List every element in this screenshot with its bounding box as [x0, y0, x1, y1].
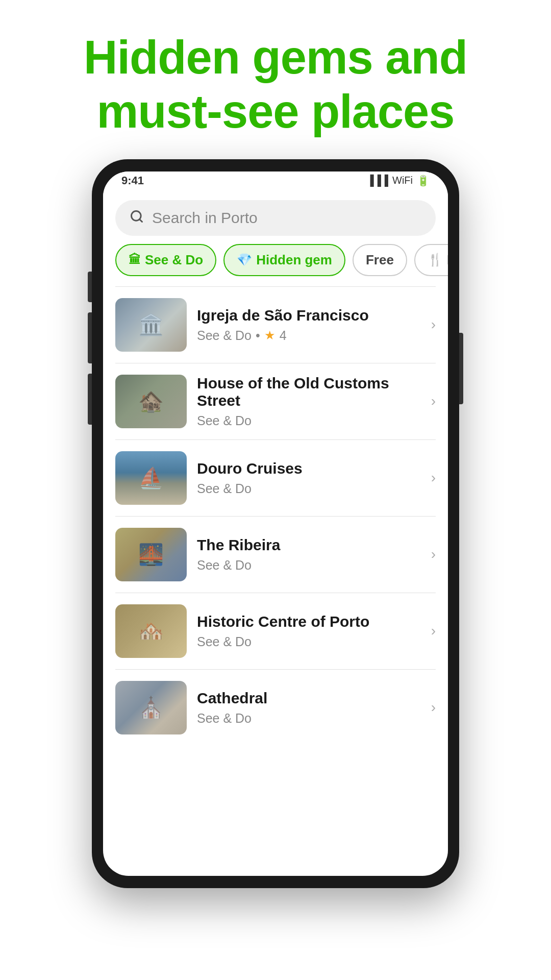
signal-icon: ▐▐▐ — [367, 175, 389, 186]
chevron-right-icon: › — [427, 546, 436, 562]
free-label: Free — [366, 252, 394, 268]
phone-frame: 9:41 ▐▐▐ WiFi 🔋 Search in Porto — [92, 159, 459, 888]
item-rating: 4 — [280, 328, 287, 343]
chevron-right-icon: › — [427, 623, 436, 639]
status-bar: 9:41 ▐▐▐ WiFi 🔋 — [103, 172, 448, 190]
search-bar[interactable]: Search in Porto — [115, 200, 436, 236]
item-subtitle: See & Do • ★ 4 — [197, 328, 417, 343]
list-item[interactable]: The Ribeira See & Do › — [103, 517, 448, 593]
see-do-label: See & Do — [145, 252, 203, 268]
item-title: House of the Old Customs Street — [197, 375, 417, 409]
see-do-icon: 🏛 — [129, 253, 141, 267]
star-icon: ★ — [264, 328, 276, 342]
item-title: Igreja de São Francisco — [197, 307, 417, 324]
status-time: 9:41 — [121, 174, 144, 187]
item-thumbnail — [115, 604, 187, 658]
item-category: See & Do — [197, 328, 252, 343]
item-info: Cathedral See & Do — [197, 690, 417, 726]
item-category: See & Do — [197, 558, 252, 573]
search-icon — [130, 209, 144, 226]
list-item[interactable]: Cathedral See & Do › — [103, 670, 448, 746]
page-header: Hidden gems and must-see places — [0, 0, 551, 159]
item-info: Douro Cruises See & Do — [197, 460, 417, 496]
item-thumbnail — [115, 298, 187, 352]
hidden-gem-label: Hidden gem — [256, 252, 332, 268]
filter-row: 🏛 See & Do 💎 Hidden gem Free 🍴 Eat ··· O… — [103, 244, 448, 286]
list-item[interactable]: House of the Old Customs Street See & Do… — [103, 363, 448, 439]
item-subtitle: See & Do — [197, 558, 417, 573]
item-info: Igreja de São Francisco See & Do • ★ 4 — [197, 307, 417, 343]
page-wrapper: Hidden gems and must-see places 9:41 ▐▐▐… — [0, 0, 551, 888]
filter-chip-eat[interactable]: 🍴 Eat — [414, 244, 448, 276]
side-button-power — [459, 333, 463, 404]
filter-chip-free[interactable]: Free — [353, 244, 407, 276]
list-item[interactable]: Igreja de São Francisco See & Do • ★ 4 › — [103, 287, 448, 363]
item-title: Douro Cruises — [197, 460, 417, 477]
gem-icon: 💎 — [237, 253, 252, 267]
item-thumbnail — [115, 451, 187, 505]
item-subtitle: See & Do — [197, 481, 417, 496]
svg-line-1 — [139, 219, 142, 222]
item-subtitle: See & Do — [197, 634, 417, 649]
eat-icon: 🍴 — [428, 253, 443, 267]
dot-separator: • — [256, 328, 260, 343]
item-title: Cathedral — [197, 690, 417, 707]
item-thumbnail — [115, 375, 187, 428]
item-subtitle: See & Do — [197, 711, 417, 726]
list-item[interactable]: Douro Cruises See & Do › — [103, 440, 448, 516]
search-container: Search in Porto — [103, 190, 448, 244]
item-category: See & Do — [197, 481, 252, 496]
item-category: See & Do — [197, 634, 252, 649]
item-thumbnail — [115, 681, 187, 734]
chevron-right-icon: › — [427, 470, 436, 486]
item-title: Historic Centre of Porto — [197, 613, 417, 630]
side-button-mute — [88, 272, 92, 302]
item-subtitle: See & Do — [197, 413, 417, 428]
item-info: House of the Old Customs Street See & Do — [197, 375, 417, 428]
list-item[interactable]: Historic Centre of Porto See & Do › — [103, 593, 448, 669]
phone-screen: 9:41 ▐▐▐ WiFi 🔋 Search in Porto — [103, 172, 448, 876]
item-category: See & Do — [197, 413, 252, 428]
wifi-icon: WiFi — [392, 175, 413, 186]
filter-chip-hidden-gem[interactable]: 💎 Hidden gem — [223, 244, 345, 276]
item-category: See & Do — [197, 711, 252, 726]
item-thumbnail — [115, 528, 187, 581]
side-button-vol-up — [88, 312, 92, 363]
filter-chip-see-do[interactable]: 🏛 See & Do — [115, 244, 216, 276]
chevron-right-icon: › — [427, 393, 436, 409]
status-icons: ▐▐▐ WiFi 🔋 — [367, 175, 430, 187]
chevron-right-icon: › — [427, 316, 436, 333]
side-button-vol-down — [88, 374, 92, 425]
item-title: The Ribeira — [197, 536, 417, 554]
page-title: Hidden gems and must-see places — [31, 31, 520, 139]
battery-icon: 🔋 — [417, 175, 430, 187]
item-info: Historic Centre of Porto See & Do — [197, 613, 417, 649]
eat-label: Eat — [447, 252, 448, 268]
chevron-right-icon: › — [427, 699, 436, 716]
item-info: The Ribeira See & Do — [197, 536, 417, 573]
search-placeholder: Search in Porto — [152, 209, 258, 227]
